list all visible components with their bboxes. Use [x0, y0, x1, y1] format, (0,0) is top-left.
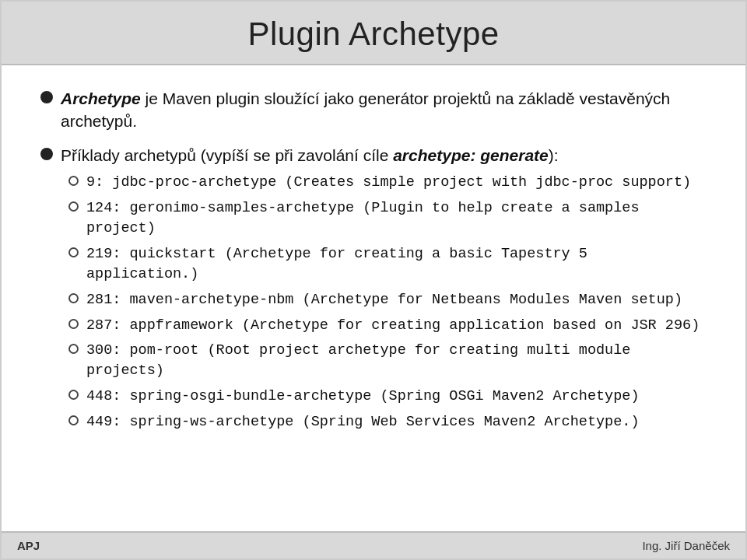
- bullet-dot-2: [40, 148, 53, 160]
- sub-bullet-text-2: 124: geronimo-samples-archetype (Plugin …: [86, 198, 707, 239]
- sub-bullet-7: 448: spring-osgi-bundle-archetype (Sprin…: [68, 387, 707, 407]
- sub-bullet-2: 124: geronimo-samples-archetype (Plugin …: [68, 198, 707, 239]
- footer-right: Ing. Jiří Daněček: [642, 539, 730, 552]
- slide-footer: APJ Ing. Jiří Daněček: [2, 531, 745, 558]
- bullet-dot-1: [40, 91, 53, 103]
- sub-bullet-text-7: 448: spring-osgi-bundle-archetype (Sprin…: [86, 387, 707, 407]
- sub-bullet-text-8: 449: spring-ws-archetype (Spring Web Ser…: [86, 412, 707, 432]
- sub-bullet-dot-7: [68, 390, 79, 400]
- sub-bullet-5: 287: appframework (Archetype for creatin…: [68, 316, 707, 336]
- sub-bullet-dot-5: [68, 319, 79, 329]
- sub-bullet-1: 9: jdbc-proc-archetype (Creates simple p…: [68, 173, 707, 193]
- sub-bullet-text-5: 287: appframework (Archetype for creatin…: [86, 316, 707, 336]
- sub-bullet-3: 219: quickstart (Archetype for creating …: [68, 244, 707, 285]
- bullet-text-1: Archetype je Maven plugin sloužící jako …: [61, 87, 707, 133]
- main-bullet-1: Archetype je Maven plugin sloužící jako …: [40, 87, 707, 133]
- sub-bullet-8: 449: spring-ws-archetype (Spring Web Ser…: [68, 412, 707, 432]
- slide-content: Archetype je Maven plugin sloužící jako …: [2, 65, 745, 531]
- sub-bullet-dot-6: [68, 344, 79, 354]
- sub-bullet-dot-4: [68, 293, 79, 303]
- sub-bullet-dot-8: [68, 415, 79, 425]
- slide: Plugin Archetype Archetype je Maven plug…: [0, 0, 747, 560]
- slide-header: Plugin Archetype: [2, 2, 745, 65]
- sub-list: 9: jdbc-proc-archetype (Creates simple p…: [68, 173, 707, 432]
- main-bullet-2: Příklady archetypů (vypíší se při zavolá…: [40, 144, 707, 438]
- sub-bullet-text-1: 9: jdbc-proc-archetype (Creates simple p…: [86, 173, 707, 193]
- sub-bullet-dot-1: [68, 176, 79, 186]
- bullet-text-2: Příklady archetypů (vypíší se při zavolá…: [61, 144, 707, 438]
- sub-bullet-dot-2: [68, 201, 79, 212]
- sub-bullet-6: 300: pom-root (Root project archetype fo…: [68, 341, 707, 381]
- sub-bullet-text-3: 219: quickstart (Archetype for creating …: [86, 244, 707, 285]
- footer-left: APJ: [17, 539, 40, 552]
- sub-bullet-dot-3: [68, 247, 79, 257]
- sub-bullet-text-6: 300: pom-root (Root project archetype fo…: [86, 341, 707, 381]
- sub-bullet-text-4: 281: maven-archetype-nbm (Archetype for …: [86, 290, 707, 310]
- archetype-bold: Archetype: [61, 89, 141, 107]
- archetype-italic: archetype: generate: [393, 146, 549, 164]
- sub-bullet-4: 281: maven-archetype-nbm (Archetype for …: [68, 290, 707, 310]
- slide-title: Plugin Archetype: [33, 16, 714, 53]
